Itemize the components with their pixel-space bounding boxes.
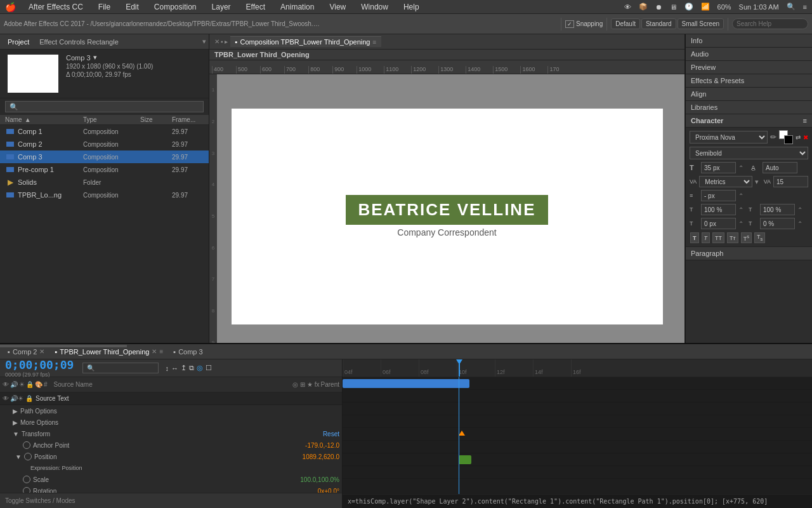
- audio-header[interactable]: Audio: [686, 48, 812, 60]
- solo-btn[interactable]: ◎: [197, 364, 203, 372]
- menu-file[interactable]: File: [96, 1, 113, 13]
- menu-animation[interactable]: Animation: [278, 1, 317, 13]
- col-header-type[interactable]: Type: [83, 116, 140, 123]
- search-menubar-icon[interactable]: 🔍: [787, 3, 796, 11]
- search-help-input[interactable]: [732, 18, 808, 29]
- col-header-name[interactable]: Name ▲: [5, 116, 83, 123]
- apple-menu[interactable]: 🍎: [5, 2, 16, 12]
- workspace-standard[interactable]: Standard: [641, 18, 676, 29]
- tsub-input[interactable]: [760, 218, 795, 229]
- keyframe-diamond[interactable]: [459, 431, 465, 436]
- audio-toggle[interactable]: 🔊: [10, 395, 18, 402]
- list-item-folder[interactable]: ▶ Solids Folder: [0, 176, 209, 189]
- comp-viewer-tab[interactable]: ▪ Composition TPBR_Lower Third_Opening ≡: [230, 36, 382, 47]
- tracking-input[interactable]: [773, 176, 808, 187]
- leading-value-input[interactable]: [701, 190, 736, 201]
- font-family-select[interactable]: Proxima Nova: [690, 131, 768, 144]
- list-item-selected[interactable]: Comp 3 Composition 29.97: [0, 150, 209, 163]
- allcaps-btn[interactable]: TT: [712, 232, 724, 243]
- menu-layer[interactable]: Layer: [209, 1, 233, 13]
- workspace-default[interactable]: Default: [611, 18, 640, 29]
- layer-sub-scale[interactable]: Scale 100.0,100.0%: [0, 474, 342, 485]
- layer-item[interactable]: 👁 🔊 ☀ 🔒 Source Text: [0, 392, 342, 405]
- layer-sub-transform[interactable]: ▼ Transform Reset: [0, 428, 342, 439]
- track-bar-1[interactable]: [343, 379, 469, 388]
- font-style-select[interactable]: Semibold: [690, 147, 808, 159]
- list-item[interactable]: Pre-comp 1 Composition 29.97: [0, 163, 209, 176]
- eyedropper-icon[interactable]: ✏: [770, 133, 776, 142]
- position-arrow[interactable]: ▼: [15, 453, 22, 460]
- kerning-select[interactable]: Metrics: [699, 176, 752, 187]
- list-item[interactable]: Comp 1 Composition 29.97: [0, 125, 209, 138]
- font-size-input[interactable]: [701, 162, 736, 173]
- tab-close-comp2[interactable]: ✕: [39, 348, 44, 355]
- smallcaps-btn[interactable]: Tт: [727, 232, 738, 243]
- libraries-header[interactable]: Libraries: [686, 101, 812, 114]
- horiz-scale-input[interactable]: [701, 204, 736, 215]
- layer-sub-anchor[interactable]: Anchor Point -179.0,-12.0: [0, 439, 342, 451]
- stopwatch-rot-icon[interactable]: [23, 487, 30, 493]
- eye-toggle[interactable]: 👁: [3, 395, 10, 402]
- preview-header[interactable]: Preview: [686, 61, 812, 74]
- expand-arrow-3[interactable]: ▼: [13, 431, 19, 438]
- kerning-dropdown-icon[interactable]: ▾: [755, 178, 759, 186]
- menu-edit[interactable]: Edit: [123, 1, 141, 13]
- reset-btn[interactable]: Reset: [323, 431, 339, 438]
- baseline-input[interactable]: [701, 218, 736, 229]
- transport-btn-1[interactable]: ↕: [165, 364, 169, 372]
- mute-btn[interactable]: ☐: [206, 364, 212, 372]
- stopwatch-scale-icon[interactable]: [23, 476, 30, 483]
- menu-window[interactable]: Window: [358, 1, 391, 13]
- effects-header[interactable]: Effects & Presets: [686, 74, 812, 87]
- layer-sub-rotation[interactable]: Rotation 0x+0.0°: [0, 485, 342, 493]
- transport-btn-2[interactable]: ↔: [171, 364, 178, 372]
- list-item[interactable]: TPBR_Lo...ng Composition 29.97: [0, 189, 209, 201]
- stroke-color-swatch[interactable]: [784, 135, 793, 144]
- transport-btn-3[interactable]: ↥: [181, 364, 187, 372]
- reset-colors-icon[interactable]: ✖: [803, 134, 808, 141]
- comp-dropdown-icon[interactable]: ▾: [93, 53, 97, 62]
- layer-sub-position[interactable]: ▼ Position 1089.2,620.0: [0, 451, 342, 462]
- stopwatch-pos-icon[interactable]: [24, 453, 32, 460]
- timeline-search-input[interactable]: [82, 363, 159, 373]
- workspace-smallscreen[interactable]: Small Screen: [678, 18, 724, 29]
- sub-btn[interactable]: Ts: [754, 232, 765, 243]
- color-swatch-group[interactable]: [779, 130, 793, 144]
- super-btn[interactable]: Ts: [741, 232, 752, 243]
- tab-close-active[interactable]: ✕: [152, 348, 157, 355]
- col-header-size[interactable]: Size: [140, 116, 172, 123]
- solo-toggle[interactable]: ☀: [18, 395, 25, 402]
- vert-scale-input[interactable]: [760, 204, 795, 215]
- paragraph-header[interactable]: Paragraph: [686, 247, 812, 260]
- bold-btn[interactable]: T: [690, 232, 699, 243]
- swap-icon[interactable]: ⇄: [796, 134, 801, 141]
- toggle-switches-label[interactable]: Toggle Switches / Modes: [5, 497, 75, 504]
- lock-toggle[interactable]: 🔒: [25, 395, 33, 402]
- snapping-check[interactable]: ✓ Snapping: [565, 20, 603, 28]
- tab-effect-controls[interactable]: Effect Controls Rectangle: [34, 37, 124, 47]
- info-header[interactable]: Info: [686, 34, 812, 47]
- menu-view[interactable]: View: [327, 1, 348, 13]
- menu-effect[interactable]: Effect: [244, 1, 268, 13]
- layer-sub-path-options[interactable]: ▶ Path Options: [0, 405, 342, 417]
- expand-arrow[interactable]: ▶: [13, 408, 18, 415]
- timecode-display[interactable]: 0;00;00;09: [5, 359, 74, 371]
- stopwatch-icon[interactable]: [23, 441, 30, 449]
- expand-arrow-2[interactable]: ▶: [13, 419, 18, 426]
- menu-aftereffects[interactable]: After Effects CC: [26, 1, 86, 13]
- leading-input[interactable]: [763, 162, 797, 173]
- track-bar-green[interactable]: [459, 455, 471, 464]
- layer-sub-more-options[interactable]: ▶ More Options: [0, 417, 342, 428]
- character-menu-icon[interactable]: ≡: [803, 117, 807, 124]
- panel-collapse-btn[interactable]: ▾: [202, 37, 206, 46]
- menu-help[interactable]: Help: [401, 1, 422, 13]
- align-header[interactable]: Align: [686, 88, 812, 100]
- italic-btn[interactable]: T: [702, 232, 710, 243]
- menu-composition[interactable]: Composition: [152, 1, 199, 13]
- tab-project[interactable]: Project: [3, 37, 34, 47]
- col-header-frame[interactable]: Frame...: [172, 116, 204, 123]
- transport-btn-4[interactable]: ⧉: [189, 364, 194, 372]
- project-search-input[interactable]: [5, 101, 204, 112]
- tab-menu-icon[interactable]: ≡: [159, 348, 163, 355]
- list-item[interactable]: Comp 2 Composition 29.97: [0, 138, 209, 150]
